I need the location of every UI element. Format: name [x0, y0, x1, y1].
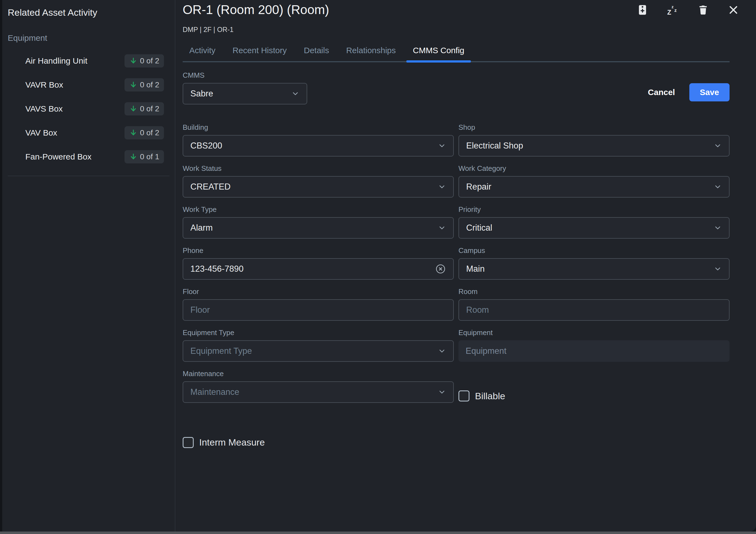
chevron-down-icon — [714, 265, 722, 273]
floor-input[interactable] — [190, 305, 446, 315]
shop-select[interactable]: Electrical Shop — [458, 135, 730, 156]
badge-count: 0 of 2 — [140, 80, 159, 89]
selected-value: Critical — [466, 223, 492, 233]
field-label: Phone — [183, 246, 454, 255]
phone-input[interactable] — [190, 264, 435, 274]
list-item-fan-powered-box[interactable]: Fan-Powered Box 0 of 1 — [2, 145, 175, 169]
svg-text:Z: Z — [667, 9, 671, 16]
breadcrumb: DMP | 2F | OR-1 — [183, 26, 730, 34]
field-phone: Phone — [183, 246, 454, 280]
equipment-list: Air Handling Unit 0 of 2 VAVR Box 0 of 2… — [2, 49, 175, 169]
field-label: Campus — [458, 246, 730, 255]
selected-value: Alarm — [190, 223, 213, 233]
snooze-button[interactable]: Z z z — [666, 3, 679, 16]
work-status-select[interactable]: CREATED — [183, 176, 454, 198]
tab-relationships[interactable]: Relationships — [339, 46, 402, 61]
arrow-down-icon — [129, 57, 138, 65]
field-work-status: Work Status CREATED — [183, 164, 454, 198]
equipment-type-select[interactable]: Equipment Type — [183, 340, 454, 362]
selected-value: Main — [466, 264, 485, 274]
list-item-vav-box[interactable]: VAV Box 0 of 2 — [2, 121, 175, 145]
ticket-add-button[interactable] — [636, 3, 649, 16]
field-room: Room — [458, 287, 730, 321]
arrow-down-icon — [129, 129, 138, 137]
chevron-down-icon — [438, 388, 446, 396]
field-label: Room — [458, 287, 730, 296]
field-label: Priority — [458, 205, 730, 214]
clear-phone-button[interactable] — [435, 263, 446, 275]
field-shop: Shop Electrical Shop — [458, 123, 730, 156]
billable-label: Billable — [475, 391, 505, 401]
chevron-down-icon — [291, 90, 300, 98]
campus-select[interactable]: Main — [458, 258, 730, 280]
cmms-select[interactable]: Sabre — [183, 83, 307, 104]
phone-field-wrap — [183, 258, 454, 280]
delete-button[interactable] — [696, 3, 710, 16]
field-interm-measure: Interm Measure — [183, 437, 730, 448]
header-toolbar: Z z z — [636, 3, 740, 16]
selected-value: Electrical Shop — [466, 141, 523, 151]
horizontal-scrollbar[interactable] — [0, 531, 756, 534]
circle-x-icon — [435, 263, 446, 275]
status-badge: 0 of 2 — [124, 54, 164, 67]
form-grid: Building CBS200 Shop Electrical Shop Wor… — [183, 123, 730, 411]
asset-dialog: Related Asset Activity Equipment Air Han… — [2, 0, 756, 531]
field-billable: Billable — [458, 369, 730, 411]
placeholder-value: Maintenance — [190, 387, 239, 397]
selected-value: CREATED — [190, 182, 230, 192]
field-maintenance: Maintenance Maintenance — [183, 369, 454, 403]
tab-details[interactable]: Details — [297, 46, 336, 61]
tab-bar: Activity Recent History Details Relation… — [183, 46, 730, 62]
sidebar-section-equipment: Equipment — [8, 33, 175, 43]
field-label: Building — [183, 123, 454, 132]
field-label: Equipment Type — [183, 329, 454, 337]
svg-text:z: z — [671, 5, 673, 9]
field-work-type: Work Type Alarm — [183, 205, 454, 239]
selected-value: Sabre — [190, 89, 213, 99]
list-item-vavr-box[interactable]: VAVR Box 0 of 2 — [2, 73, 175, 97]
tab-activity[interactable]: Activity — [183, 46, 222, 61]
priority-select[interactable]: Critical — [458, 217, 730, 239]
chevron-down-icon — [714, 183, 722, 191]
work-category-select[interactable]: Repair — [458, 176, 730, 198]
chevron-down-icon — [714, 142, 722, 150]
room-input[interactable] — [466, 305, 722, 315]
arrow-down-icon — [129, 81, 138, 89]
work-type-select[interactable]: Alarm — [183, 217, 454, 239]
tab-cmms-config[interactable]: CMMS Config — [406, 46, 471, 61]
list-item-label: VAV Box — [25, 128, 57, 138]
snooze-icon: Z z z — [667, 4, 679, 16]
form-actions: Cancel Save — [640, 83, 730, 101]
list-item-label: VAVS Box — [25, 104, 63, 114]
tab-recent-history[interactable]: Recent History — [226, 46, 293, 61]
selected-value: CBS200 — [190, 141, 222, 151]
save-button[interactable]: Save — [689, 83, 730, 101]
badge-count: 0 of 2 — [140, 57, 159, 65]
related-asset-activity-panel: Related Asset Activity Equipment Air Han… — [2, 0, 175, 531]
cancel-button[interactable]: Cancel — [640, 84, 683, 101]
status-badge: 0 of 2 — [124, 102, 164, 116]
field-label: Equipment — [458, 329, 730, 337]
field-label: Work Status — [183, 164, 454, 173]
placeholder-value: Equipment Type — [190, 346, 252, 356]
list-item-vavs-box[interactable]: VAVS Box 0 of 2 — [2, 97, 175, 121]
status-badge: 0 of 2 — [124, 126, 164, 139]
field-label: CMMS — [183, 71, 307, 80]
badge-count: 0 of 2 — [140, 104, 159, 113]
field-floor: Floor — [183, 287, 454, 321]
close-button[interactable] — [727, 3, 740, 16]
ticket-add-icon — [637, 4, 648, 16]
list-item-label: Air Handling Unit — [25, 56, 87, 66]
arrow-down-icon — [129, 153, 138, 161]
sidebar-divider — [8, 176, 170, 176]
maintenance-select[interactable]: Maintenance — [183, 381, 454, 403]
field-equipment-type: Equipment Type Equipment Type — [183, 329, 454, 362]
building-select[interactable]: CBS200 — [183, 135, 454, 156]
chevron-down-icon — [438, 183, 446, 191]
interm-measure-checkbox[interactable] — [183, 437, 194, 448]
billable-checkbox[interactable] — [458, 390, 470, 401]
cmms-config-form: CMMS Sabre Cancel Save Building CBS200 — [183, 71, 730, 448]
list-item-air-handling-unit[interactable]: Air Handling Unit 0 of 2 — [2, 49, 175, 73]
chevron-down-icon — [714, 224, 722, 232]
trash-icon — [697, 4, 709, 16]
